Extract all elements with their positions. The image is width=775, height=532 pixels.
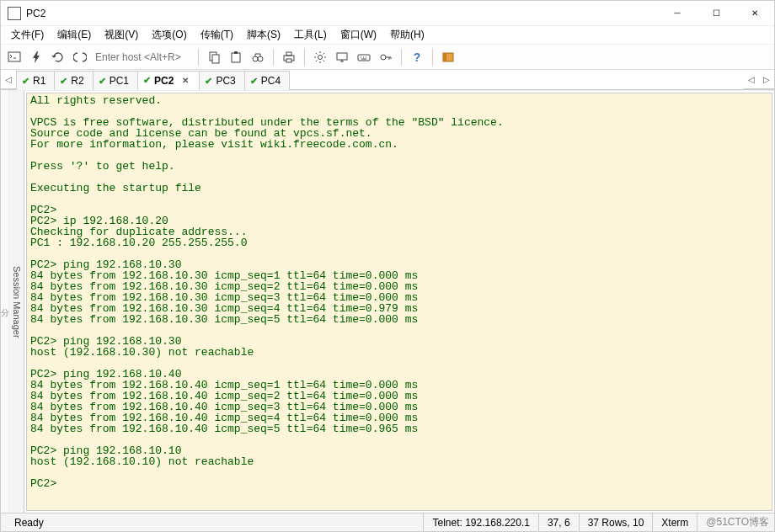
menu-script[interactable]: 脚本(S) — [240, 26, 287, 44]
tab-pc1[interactable]: ✔ PC1 — [93, 71, 138, 90]
binoculars-icon — [251, 51, 265, 64]
app-icon — [8, 7, 21, 20]
toggle-button[interactable] — [438, 47, 458, 67]
tab-r2[interactable]: ✔ R2 — [54, 71, 93, 90]
paste-icon — [229, 51, 243, 64]
menu-window[interactable]: 窗口(W) — [334, 26, 383, 44]
tab-label: R1 — [33, 75, 45, 87]
tab-scroll-left-2[interactable]: ◁ — [744, 70, 759, 89]
menu-tools[interactable]: 工具(L) — [287, 26, 334, 44]
terminal-output[interactable]: All rights reserved. VPCS is free softwa… — [27, 93, 772, 491]
svg-rect-9 — [286, 59, 291, 62]
copy-button[interactable] — [204, 47, 224, 67]
copy-icon — [207, 51, 221, 64]
find-button[interactable] — [248, 47, 268, 67]
svg-point-10 — [318, 55, 323, 59]
check-icon: ✔ — [60, 76, 67, 87]
svg-rect-3 — [232, 53, 240, 62]
help-button[interactable]: ? — [407, 47, 427, 67]
disconnect-icon — [73, 51, 87, 64]
status-size: 37 Rows, 10 — [580, 513, 654, 531]
refresh-icon — [51, 51, 65, 64]
connect-button[interactable] — [4, 47, 24, 67]
tab-close-button[interactable]: ✕ — [180, 76, 190, 86]
close-button[interactable]: ✕ — [735, 1, 774, 26]
tab-scroll-right[interactable]: ▷ — [759, 70, 774, 89]
svg-rect-2 — [212, 55, 219, 63]
toolbar: ? — [1, 45, 774, 70]
host-input[interactable] — [92, 49, 193, 66]
svg-point-13 — [381, 55, 386, 60]
check-icon: ✔ — [99, 76, 106, 87]
menu-transfer[interactable]: 传输(T) — [194, 26, 240, 44]
screen-icon — [335, 51, 349, 64]
titlebar: PC2 ─ ☐ ✕ — [1, 1, 774, 26]
print-button[interactable] — [279, 47, 299, 67]
left-gutter: 分 — [1, 90, 9, 513]
tab-pc4[interactable]: ✔ PC4 — [244, 71, 290, 90]
question-icon: ? — [414, 51, 421, 64]
menu-edit[interactable]: 编辑(E) — [51, 26, 98, 44]
menu-options[interactable]: 选项(O) — [145, 26, 193, 44]
panel-icon — [441, 51, 455, 64]
disconnect-button[interactable] — [70, 47, 90, 67]
minimize-button[interactable]: ─ — [658, 1, 697, 26]
menubar: 文件(F) 编辑(E) 视图(V) 选项(O) 传输(T) 脚本(S) 工具(L… — [1, 26, 774, 45]
menu-view[interactable]: 视图(V) — [98, 26, 145, 44]
svg-rect-4 — [234, 51, 238, 54]
paste-button[interactable] — [226, 47, 246, 67]
status-ready: Ready — [6, 513, 424, 531]
check-icon: ✔ — [22, 76, 29, 87]
tab-scroll-left[interactable]: ◁ — [1, 70, 16, 89]
svg-rect-11 — [337, 53, 347, 60]
tab-label: PC4 — [261, 75, 281, 87]
terminal-icon — [8, 51, 21, 64]
maximize-button[interactable]: ☐ — [697, 1, 735, 26]
key-button[interactable] — [376, 47, 396, 67]
status-cursor: 37, 6 — [539, 513, 580, 531]
tab-label: PC3 — [216, 75, 235, 87]
lightning-icon — [29, 51, 43, 64]
gear-icon — [313, 51, 327, 64]
reconnect-button[interactable] — [48, 47, 68, 67]
watermark: @51CTO博客 — [698, 515, 769, 529]
tab-label: R2 — [71, 75, 83, 87]
session-options-button[interactable] — [332, 47, 352, 67]
properties-button[interactable] — [310, 47, 330, 67]
terminal-pane[interactable]: All rights reserved. VPCS is free softwa… — [26, 93, 772, 511]
svg-rect-0 — [8, 52, 20, 61]
tabs-row: ◁ ✔ R1 ✔ R2 ✔ PC1 ✔ PC2 ✕ ✔ PC3 ✔ PC4 ◁ … — [1, 70, 774, 90]
tab-pc2[interactable]: ✔ PC2 ✕ — [137, 71, 200, 90]
check-icon: ✔ — [205, 76, 212, 87]
svg-point-6 — [258, 56, 263, 61]
check-icon: ✔ — [250, 76, 258, 87]
tab-label: PC1 — [110, 75, 129, 87]
window-title: PC2 — [26, 8, 45, 19]
svg-rect-15 — [443, 53, 446, 61]
tab-r1[interactable]: ✔ R1 — [16, 71, 55, 90]
menu-help[interactable]: 帮助(H) — [383, 26, 431, 44]
key-icon — [379, 51, 393, 64]
quick-connect-button[interactable] — [26, 47, 46, 67]
session-manager-tab[interactable]: Session Manager — [9, 91, 24, 513]
tabs-container: ✔ R1 ✔ R2 ✔ PC1 ✔ PC2 ✕ ✔ PC3 ✔ PC4 — [16, 70, 744, 89]
status-connection: Telnet: 192.168.220.1 — [424, 513, 538, 531]
keymap-button[interactable] — [354, 47, 374, 67]
main-area: Session Manager All rights reserved. VPC… — [9, 90, 774, 513]
keyboard-icon — [357, 51, 371, 64]
printer-icon — [282, 51, 296, 64]
check-icon: ✔ — [143, 75, 151, 86]
tab-pc3[interactable]: ✔ PC3 — [199, 71, 244, 90]
tab-label: PC2 — [154, 75, 174, 87]
status-mode: Xterm — [653, 513, 698, 531]
svg-point-5 — [253, 56, 258, 61]
menu-file[interactable]: 文件(F) — [4, 26, 51, 44]
svg-rect-8 — [286, 52, 291, 56]
statusbar: Ready Telnet: 192.168.220.1 37, 6 37 Row… — [1, 513, 774, 531]
